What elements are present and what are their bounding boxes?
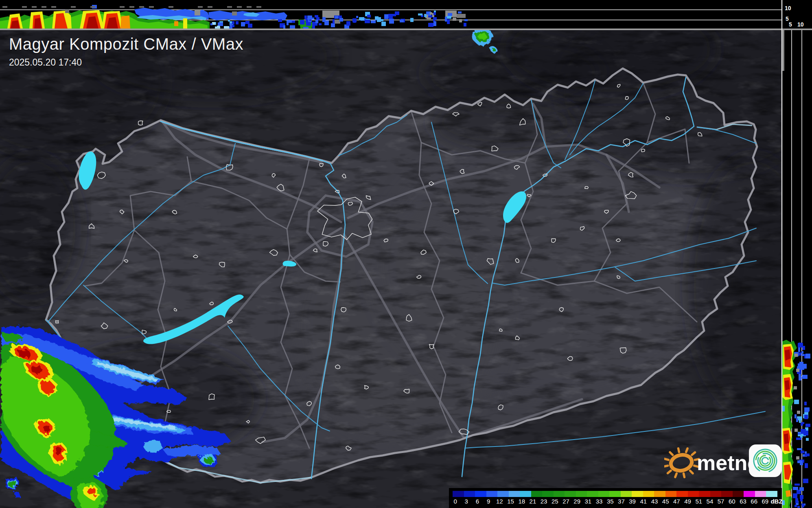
legend-box xyxy=(531,491,543,497)
legend-label: 33 xyxy=(593,498,604,505)
legend-box xyxy=(554,491,565,497)
metnet-logo: metnet xyxy=(664,442,786,481)
legend-label: 12 xyxy=(494,498,505,505)
legend-label: 0 xyxy=(450,498,461,505)
legend-color-boxes xyxy=(453,491,782,497)
top-axis-5km-label: 5 xyxy=(786,15,789,22)
legend-box xyxy=(699,491,710,497)
legend-box xyxy=(688,491,699,497)
sun-icon xyxy=(664,445,702,481)
legend-box xyxy=(665,491,677,497)
legend-label: 29 xyxy=(571,498,582,505)
legend-box xyxy=(486,491,498,497)
top-cross-section xyxy=(0,0,781,31)
legend-label: 39 xyxy=(627,498,638,505)
legend-box xyxy=(654,491,665,497)
legend-box xyxy=(587,491,598,497)
legend-label: 41 xyxy=(638,498,649,505)
legend-box xyxy=(520,491,531,497)
radar-composite-map xyxy=(0,0,812,508)
dbz-legend: 0369121518212325272931333537394143454749… xyxy=(449,488,782,508)
legend-value-labels: 0369121518212325272931333537394143454749… xyxy=(450,498,782,505)
legend-label: 31 xyxy=(582,498,593,505)
legend-box xyxy=(542,491,554,497)
right-axis-10km-label: 10 xyxy=(797,21,804,28)
legend-label: 51 xyxy=(693,498,704,505)
legend-box xyxy=(755,491,766,497)
legend-label: 27 xyxy=(560,498,571,505)
legend-box xyxy=(710,491,722,497)
legend-label: 47 xyxy=(671,498,682,505)
legend-box xyxy=(676,491,688,497)
legend-box xyxy=(766,491,777,497)
legend-label: 37 xyxy=(616,498,627,505)
legend-box xyxy=(475,491,486,497)
legend-label: 63 xyxy=(738,498,749,505)
legend-label: 21 xyxy=(527,498,538,505)
legend-box xyxy=(598,491,610,497)
right-cross-section xyxy=(781,0,812,508)
top-axis-10km-label: 10 xyxy=(785,5,791,11)
legend-label: 54 xyxy=(704,498,715,505)
legend-label: 69 xyxy=(759,498,770,505)
radar-app-screen: Magyar Kompozit CMax / VMax 2025.05.20 1… xyxy=(0,0,812,508)
spiral-icon xyxy=(749,444,781,477)
legend-label: 60 xyxy=(727,498,738,505)
legend-label: 25 xyxy=(549,498,560,505)
legend-box xyxy=(497,491,509,497)
legend-label: 18 xyxy=(516,498,527,505)
timestamp: 2025.05.20 17:40 xyxy=(9,57,82,68)
divider-stub xyxy=(782,30,784,71)
legend-box xyxy=(576,491,587,497)
legend-box xyxy=(565,491,576,497)
legend-box xyxy=(744,491,755,497)
page-title: Magyar Kompozit CMax / VMax xyxy=(9,35,243,53)
legend-box xyxy=(643,491,654,497)
legend-box xyxy=(733,491,744,497)
legend-label: 66 xyxy=(749,498,759,505)
legend-box xyxy=(721,491,733,497)
legend-label: 15 xyxy=(505,498,516,505)
legend-label: 3 xyxy=(461,498,472,505)
strip-divider-horizontal xyxy=(0,29,812,30)
legend-label: 57 xyxy=(716,498,727,505)
legend-label: 9 xyxy=(483,498,494,505)
legend-label: 35 xyxy=(605,498,616,505)
legend-label: 49 xyxy=(682,498,693,505)
legend-box xyxy=(453,491,464,497)
map-area xyxy=(0,0,812,508)
legend-box xyxy=(464,491,475,497)
legend-label: 23 xyxy=(538,498,549,505)
legend-box xyxy=(621,491,632,497)
legend-label: 45 xyxy=(660,498,671,505)
legend-label: 6 xyxy=(472,498,483,505)
legend-box xyxy=(609,491,621,497)
legend-unit: dBZ xyxy=(770,498,782,505)
legend-label: 43 xyxy=(649,498,660,505)
legend-box xyxy=(509,491,520,497)
legend-box xyxy=(632,491,643,497)
right-axis-5km-label: 5 xyxy=(789,21,792,28)
